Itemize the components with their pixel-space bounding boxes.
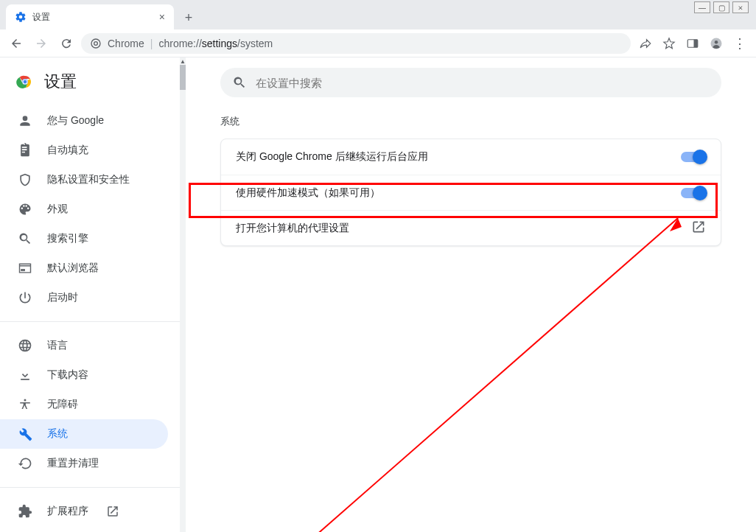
- sidebar-item-label: 隐私设置和安全性: [47, 173, 130, 186]
- setting-row: 关闭 Google Chrome 后继续运行后台应用: [221, 139, 721, 175]
- scroll-thumb[interactable]: [180, 65, 186, 90]
- scroll-up-arrow-icon: ▲: [180, 57, 186, 65]
- setting-row[interactable]: 打开您计算机的代理设置: [221, 210, 721, 245]
- accessibility-icon: [18, 397, 32, 412]
- sidebar-item-on-startup[interactable]: 启动时: [0, 283, 168, 312]
- download-icon: [18, 368, 32, 382]
- sidebar-item-label: 外观: [47, 203, 68, 216]
- setting-label: 打开您计算机的代理设置: [236, 222, 691, 235]
- sidebar-item-reset[interactable]: 重置并清理: [0, 449, 168, 478]
- window-close-button[interactable]: ⨉: [732, 1, 749, 13]
- address-bar[interactable]: Chrome | chrome://settings/system: [81, 33, 631, 54]
- sidebar-item-label: 启动时: [47, 291, 78, 304]
- content-area: 系统 关闭 Google Chrome 后继续运行后台应用使用硬件加速模式（如果…: [186, 57, 756, 532]
- sidebar-item-appearance[interactable]: 外观: [0, 195, 168, 224]
- avatar-icon: [710, 37, 723, 50]
- search-icon: [232, 75, 247, 90]
- bookmark-button[interactable]: [659, 33, 679, 54]
- sidebar-item-autofill[interactable]: 自动填充: [0, 136, 168, 165]
- sidebar-item-accessibility[interactable]: 无障碍: [0, 390, 168, 419]
- sidebar-item-system[interactable]: 系统: [0, 419, 168, 449]
- browser-icon: [18, 261, 32, 276]
- share-icon: [639, 37, 652, 50]
- extension-icon: [18, 504, 32, 519]
- address-product-label: Chrome: [108, 38, 144, 49]
- sidebar-item-default-browser[interactable]: 默认浏览器: [0, 253, 168, 283]
- sidebar-item-label: 下载内容: [47, 368, 88, 382]
- svg-point-1: [94, 41, 98, 45]
- clipboard-icon: [18, 143, 32, 158]
- arrow-left-icon: [10, 37, 23, 50]
- external-link-icon: [691, 220, 706, 237]
- toolbar: Chrome | chrome://settings/system ⋮: [0, 29, 756, 57]
- tab-close-button[interactable]: ×: [159, 12, 165, 22]
- new-tab-button[interactable]: +: [178, 7, 199, 28]
- restore-icon: [18, 456, 32, 471]
- gear-icon: [15, 11, 27, 23]
- share-button[interactable]: [635, 33, 656, 54]
- sidebar-scrollbar[interactable]: ▲: [180, 57, 186, 532]
- star-icon: [662, 37, 676, 50]
- sidebar-item-downloads[interactable]: 下载内容: [0, 360, 168, 390]
- palette-icon: [18, 202, 32, 217]
- chrome-logo-icon: [16, 73, 34, 91]
- sidebar-item-label: 自动填充: [47, 144, 88, 157]
- reload-button[interactable]: [56, 33, 77, 54]
- forward-button[interactable]: [31, 33, 52, 54]
- profile-button[interactable]: [706, 33, 727, 54]
- svg-rect-3: [694, 39, 698, 47]
- power-icon: [18, 290, 32, 305]
- chrome-logo-mono-icon: [90, 38, 102, 49]
- arrow-right-icon: [35, 37, 48, 50]
- settings-search[interactable]: [220, 68, 721, 97]
- external-link-icon: [106, 505, 119, 518]
- sidebar-divider: [0, 487, 180, 488]
- panel-icon: [686, 37, 699, 50]
- sidebar-item-label: 系统: [47, 427, 68, 441]
- overflow-menu-button[interactable]: ⋮: [729, 33, 750, 54]
- sidebar-item-privacy[interactable]: 隐私设置和安全性: [0, 165, 168, 195]
- setting-label: 使用硬件加速模式（如果可用）: [236, 186, 681, 200]
- tab-title: 设置: [32, 11, 153, 24]
- annotation-arrow: [186, 57, 746, 532]
- sidebar-item-label: 语言: [47, 339, 68, 352]
- sidebar-title: 设置: [44, 71, 77, 93]
- sidebar-item-languages[interactable]: 语言: [0, 331, 168, 360]
- person-icon: [18, 113, 32, 128]
- svg-point-0: [91, 39, 100, 48]
- address-url: chrome://settings/system: [158, 38, 273, 49]
- toggle-switch[interactable]: [681, 188, 706, 198]
- vertical-dots-icon: ⋮: [733, 35, 746, 52]
- globe-icon: [18, 338, 32, 353]
- svg-line-11: [315, 218, 678, 532]
- reload-icon: [60, 37, 73, 50]
- settings-search-input[interactable]: [256, 77, 710, 89]
- sidebar-item-label: 您与 Google: [47, 114, 104, 127]
- side-panel-button[interactable]: [682, 33, 703, 54]
- back-button[interactable]: [6, 33, 27, 54]
- window-maximize-button[interactable]: ▢: [713, 1, 729, 13]
- settings-card: 关闭 Google Chrome 后继续运行后台应用使用硬件加速模式（如果可用）…: [220, 139, 721, 246]
- sidebar-item-you-google[interactable]: 您与 Google: [0, 106, 168, 136]
- search-icon: [18, 231, 32, 246]
- sidebar-item-label: 重置并清理: [47, 457, 99, 470]
- sidebar-divider: [0, 321, 180, 322]
- sidebar-header: 设置: [0, 57, 180, 106]
- sidebar-item-extensions[interactable]: 扩展程序: [0, 497, 168, 526]
- setting-label: 关闭 Google Chrome 后继续运行后台应用: [236, 150, 681, 164]
- window-controls: — ▢ ⨉: [694, 1, 749, 13]
- shield-icon: [18, 172, 32, 187]
- wrench-icon: [18, 427, 32, 441]
- window-minimize-button[interactable]: —: [694, 1, 710, 13]
- sidebar-item-label: 扩展程序: [47, 505, 88, 518]
- sidebar-item-search-engine[interactable]: 搜索引擎: [0, 224, 168, 253]
- sidebar-item-label: 搜索引擎: [47, 232, 88, 245]
- toggle-switch[interactable]: [681, 152, 706, 162]
- settings-sidebar: 设置 您与 Google自动填充隐私设置和安全性外观搜索引擎默认浏览器启动时语言…: [0, 57, 180, 532]
- section-title: 系统: [220, 115, 721, 128]
- tab-bar: 设置 × +: [0, 0, 756, 29]
- setting-row: 使用硬件加速模式（如果可用）: [221, 175, 721, 210]
- sidebar-item-label: 无障碍: [47, 398, 78, 411]
- browser-tab-settings[interactable]: 设置 ×: [6, 4, 174, 29]
- sidebar-item-about[interactable]: 关于 Chrome: [0, 526, 168, 532]
